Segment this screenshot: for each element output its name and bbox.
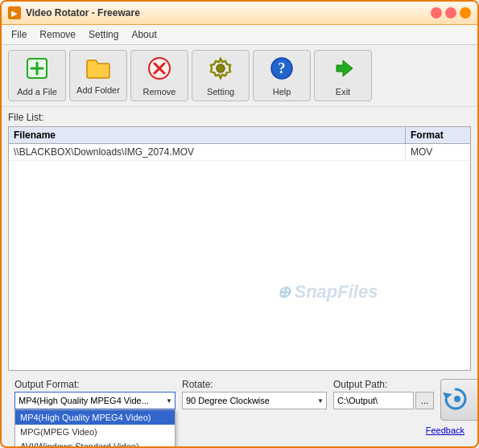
dropdown-item-avi[interactable]: AVI(Windows Standard Video) (15, 439, 175, 446)
file-list-label: File List: (8, 112, 471, 123)
app-icon: ▶ (8, 6, 21, 19)
menu-remove[interactable]: Remove (33, 27, 82, 43)
window-title: Video Rotator - Freeware (26, 7, 140, 18)
rotate-value: 90 Degree Clockwise (186, 396, 270, 405)
close-button[interactable] (460, 7, 471, 18)
help-label: Help (273, 87, 291, 97)
maximize-button[interactable] (445, 7, 456, 18)
rotate-arrow: ▼ (317, 397, 324, 405)
minimize-button[interactable] (431, 7, 442, 18)
menu-file[interactable]: File (5, 27, 33, 43)
options-row: Output Format: MP4(High Quality MPEG4 Vi… (14, 379, 465, 421)
menu-about[interactable]: About (125, 27, 163, 43)
output-format-arrow: ▼ (166, 397, 172, 405)
setting-label: Setting (207, 87, 234, 97)
svg-point-11 (454, 396, 460, 402)
output-path-group: Output Path: ... (333, 379, 434, 409)
rotate-select-wrapper: 90 Degree Clockwise ▼ (182, 392, 327, 409)
dropdown-item-mp4hq[interactable]: MP4(High Quality MPEG4 Video) (15, 410, 175, 425)
svg-marker-10 (443, 393, 452, 399)
title-bar: ▶ Video Rotator - Freeware (2, 2, 477, 25)
remove-label: Remove (143, 87, 176, 97)
file-table-body[interactable]: \\BLACKBOX\Downloads\IMG_2074.MOV MOV ⊕ … (9, 144, 470, 370)
left-bottom: Output Format: MP4(High Quality MPEG4 Vi… (14, 379, 175, 409)
title-buttons (431, 7, 471, 18)
dropdown-item-mpg[interactable]: MPG(MPEG Video) (15, 425, 175, 439)
remove-icon (147, 55, 172, 85)
exit-icon (330, 55, 356, 85)
output-format-select-wrapper: MP4(High Quality MPEG4 Vide... ▼ MP4(Hig… (14, 392, 175, 409)
add-file-button[interactable]: Add a File (8, 50, 66, 101)
main-window: ▶ Video Rotator - Freeware File Remove S… (0, 0, 479, 448)
svg-text:?: ? (279, 60, 286, 76)
output-format-select[interactable]: MP4(High Quality MPEG4 Vide... ▼ (14, 392, 175, 409)
help-icon: ? (269, 55, 295, 85)
watermark: ⊕ SnapFiles (277, 282, 378, 302)
feedback-link[interactable]: Feedback (426, 425, 465, 435)
output-path-label: Output Path: (333, 379, 434, 390)
rotate-now-button[interactable]: Rotate Videos Now! (440, 379, 477, 421)
right-bottom: Rotate Videos Now! (440, 379, 477, 421)
col-filename-header: Filename (9, 127, 406, 143)
exit-button[interactable]: Exit (314, 50, 372, 101)
add-folder-label: Add Folder (76, 85, 120, 95)
output-format-group: Output Format: MP4(High Quality MPEG4 Vi… (14, 379, 175, 409)
menu-setting[interactable]: Setting (82, 27, 125, 43)
browse-button[interactable]: ... (415, 392, 434, 409)
svg-marker-9 (337, 60, 353, 76)
add-folder-button[interactable]: Add Folder (69, 50, 127, 101)
add-file-icon (24, 55, 50, 85)
output-path-input-group: ... (333, 392, 434, 409)
output-format-dropdown: MP4(High Quality MPEG4 Video) MPG(MPEG V… (14, 409, 175, 446)
svg-point-6 (217, 64, 225, 72)
rotate-group: Rotate: 90 Degree Clockwise ▼ (182, 379, 327, 409)
setting-button[interactable]: Setting (192, 50, 250, 101)
menu-bar: File Remove Setting About (2, 25, 477, 45)
toolbar: Add a File Add Folder Remove (2, 45, 477, 107)
file-cell-name: \\BLACKBOX\Downloads\IMG_2074.MOV (9, 144, 406, 160)
title-bar-left: ▶ Video Rotator - Freeware (8, 6, 140, 19)
setting-icon (208, 55, 233, 85)
content-area: File List: Filename Format \\BLACKBOX\Do… (2, 107, 477, 446)
rotate-select[interactable]: 90 Degree Clockwise ▼ (182, 392, 327, 409)
file-cell-format: MOV (406, 144, 470, 160)
add-folder-icon (85, 57, 111, 84)
output-format-label: Output Format: (14, 379, 175, 390)
rotate-now-label: Rotate Videos Now! (475, 383, 477, 417)
add-file-label: Add a File (17, 87, 57, 97)
file-table: Filename Format \\BLACKBOX\Downloads\IMG… (8, 126, 471, 371)
remove-button[interactable]: Remove (130, 50, 188, 101)
file-table-header: Filename Format (9, 127, 470, 144)
col-format-header: Format (406, 127, 470, 143)
rotate-label: Rotate: (182, 379, 327, 390)
exit-label: Exit (336, 87, 350, 97)
output-path-input[interactable] (333, 392, 414, 409)
table-row[interactable]: \\BLACKBOX\Downloads\IMG_2074.MOV MOV (9, 144, 470, 161)
rotate-now-icon (441, 384, 470, 416)
bottom-section: Output Format: MP4(High Quality MPEG4 Vi… (8, 374, 471, 442)
help-button[interactable]: ? Help (253, 50, 311, 101)
output-format-value: MP4(High Quality MPEG4 Vide... (19, 396, 149, 405)
